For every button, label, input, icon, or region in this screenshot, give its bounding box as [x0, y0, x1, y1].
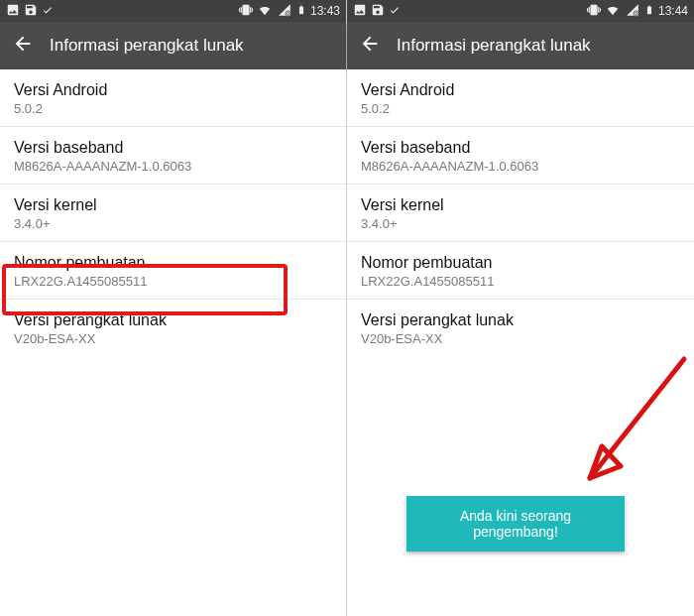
status-left	[353, 3, 401, 20]
row-kernel-version[interactable]: Versi kernel 3.4.0+	[347, 185, 694, 242]
status-time: 13:44	[658, 4, 688, 18]
wifi-icon	[257, 3, 273, 20]
row-android-version[interactable]: Versi Android 5.0.2	[0, 69, 346, 127]
row-label: Versi baseband	[361, 139, 680, 157]
row-kernel-version[interactable]: Versi kernel 3.4.0+	[0, 185, 346, 242]
row-baseband-version[interactable]: Versi baseband M8626A-AAAANAZM-1.0.6063	[0, 127, 346, 185]
row-label: Versi Android	[361, 81, 680, 99]
row-build-number[interactable]: Nomor pembuatan LRX22G.A1455085511	[347, 242, 694, 300]
row-baseband-version[interactable]: Versi baseband M8626A-AAAANAZM-1.0.6063	[347, 127, 694, 185]
back-icon[interactable]	[12, 33, 34, 59]
screen-left: 13:43 Informasi perangkat lunak Versi An…	[0, 0, 347, 616]
row-value: M8626A-AAAANAZM-1.0.6063	[14, 159, 332, 174]
image-icon	[353, 3, 367, 20]
battery-icon	[296, 3, 306, 20]
row-label: Versi perangkat lunak	[361, 311, 680, 329]
row-label: Versi kernel	[14, 196, 332, 214]
status-bar: 13:43	[0, 0, 346, 22]
row-value: 5.0.2	[361, 101, 680, 116]
status-time: 13:43	[310, 4, 340, 18]
signal-no-data-icon	[625, 3, 640, 20]
save-icon	[371, 3, 385, 20]
vibrate-icon	[587, 3, 601, 20]
screen-right: 13:44 Informasi perangkat lunak Versi An…	[347, 0, 694, 616]
page-title: Informasi perangkat lunak	[397, 36, 591, 56]
row-build-number[interactable]: Nomor pembuatan LRX22G.A1455085511	[0, 242, 346, 300]
row-value: V20b-ESA-XX	[361, 331, 680, 346]
battery-icon	[644, 3, 654, 20]
check-icon	[389, 4, 401, 19]
row-label: Versi perangkat lunak	[14, 311, 332, 329]
check-icon	[42, 4, 54, 19]
signal-no-data-icon	[277, 3, 292, 20]
page-title: Informasi perangkat lunak	[50, 36, 244, 56]
status-right: 13:43	[239, 3, 340, 20]
row-label: Versi Android	[14, 81, 332, 99]
settings-list: Versi Android 5.0.2 Versi baseband M8626…	[347, 69, 694, 356]
row-label: Nomor pembuatan	[361, 254, 680, 272]
app-bar: Informasi perangkat lunak	[0, 22, 346, 69]
row-value: LRX22G.A1455085511	[361, 274, 680, 289]
row-android-version[interactable]: Versi Android 5.0.2	[347, 69, 694, 127]
wifi-icon	[605, 3, 621, 20]
vibrate-icon	[239, 3, 253, 20]
save-icon	[24, 3, 38, 20]
row-value: 3.4.0+	[14, 216, 332, 231]
row-software-version[interactable]: Versi perangkat lunak V20b-ESA-XX	[347, 300, 694, 356]
status-bar: 13:44	[347, 0, 694, 22]
row-value: 5.0.2	[14, 101, 332, 116]
row-label: Versi kernel	[361, 196, 680, 214]
row-value: LRX22G.A1455085511	[14, 274, 332, 289]
image-icon	[6, 3, 20, 20]
developer-toast: Anda kini seorang pengembang!	[406, 496, 625, 552]
row-label: Nomor pembuatan	[14, 254, 332, 272]
row-value: M8626A-AAAANAZM-1.0.6063	[361, 159, 680, 174]
row-value: 3.4.0+	[361, 216, 680, 231]
row-software-version[interactable]: Versi perangkat lunak V20b-ESA-XX	[0, 300, 346, 356]
row-label: Versi baseband	[14, 139, 332, 157]
settings-list: Versi Android 5.0.2 Versi baseband M8626…	[0, 69, 346, 356]
status-left	[6, 3, 54, 20]
toast-text: Anda kini seorang pengembang!	[460, 508, 571, 540]
row-value: V20b-ESA-XX	[14, 331, 332, 346]
status-right: 13:44	[587, 3, 688, 20]
app-bar: Informasi perangkat lunak	[347, 22, 694, 69]
back-icon[interactable]	[359, 33, 381, 59]
